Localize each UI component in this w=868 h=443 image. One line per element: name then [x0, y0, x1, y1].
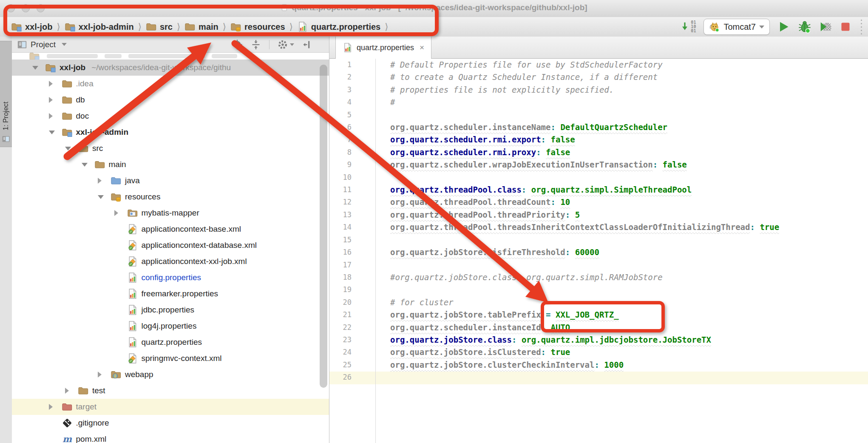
- chevron-right-icon[interactable]: [94, 178, 111, 184]
- project-panel: Project xxl-jo: [12, 37, 329, 443]
- spring-file-icon: [127, 256, 138, 267]
- tree-item-db[interactable]: db: [12, 92, 329, 108]
- tool-window-stripe: 1: Project: [0, 37, 12, 443]
- chevron-right-icon[interactable]: [111, 210, 127, 216]
- tab-quartz-properties[interactable]: quartz.properties ×: [335, 37, 431, 59]
- coverage-button[interactable]: [819, 20, 832, 33]
- code-line-18: #org.quartz.jobStore.class: org.quartz.s…: [390, 271, 868, 284]
- locate-file-icon[interactable]: [232, 39, 243, 50]
- line-number: 8: [329, 146, 375, 159]
- line-number: 3: [329, 84, 375, 96]
- code-line-10: [390, 171, 868, 184]
- code-text[interactable]: # Default Properties file for use by Std…: [376, 59, 868, 443]
- code-line-17: [390, 259, 868, 271]
- chevron-down-icon[interactable]: [62, 147, 78, 151]
- module-folder-icon: [65, 21, 76, 32]
- line-number: 22: [329, 321, 375, 334]
- tree-item-log4j.properties[interactable]: log4j.properties: [12, 318, 329, 334]
- code-line-1: # Default Properties file for use by Std…: [390, 59, 868, 71]
- breadcrumb-item-resources[interactable]: resources: [230, 21, 285, 32]
- module-folder-icon: [29, 53, 40, 60]
- chevron-down-icon[interactable]: [29, 66, 45, 70]
- tree-item-config.properties[interactable]: config.properties: [12, 270, 329, 286]
- tree-item-xxl-job-admin[interactable]: xxl-job-admin: [12, 124, 329, 140]
- tree-item-resources[interactable]: resources: [12, 189, 329, 205]
- tree-item-freemarker.properties[interactable]: freemarker.properties: [12, 286, 329, 302]
- folder-icon: [94, 159, 105, 170]
- tree-item-applicationcontext-database.xml[interactable]: applicationcontext-database.xml: [12, 237, 329, 253]
- properties-file-icon: [127, 321, 138, 332]
- chevron-down-icon[interactable]: [78, 163, 94, 167]
- project-tree-scrollbar[interactable]: [320, 65, 327, 388]
- chevron-right-icon[interactable]: [45, 81, 62, 87]
- module-folder-icon: [11, 21, 22, 32]
- breadcrumb-item-src[interactable]: src: [146, 21, 173, 32]
- code-line-7: org.quartz.scheduler.rmi.export: false: [390, 133, 868, 146]
- binary-digits: 011001: [691, 20, 696, 33]
- tree-item-doc[interactable]: doc: [12, 108, 329, 124]
- breadcrumb-item-xxl-job-admin[interactable]: xxl-job-admin: [65, 21, 134, 32]
- code-line-25: org.quartz.jobStore.clusterCheckinInterv…: [390, 359, 868, 371]
- tree-item-quartz.properties[interactable]: quartz.properties: [12, 334, 329, 350]
- chevron-right-icon[interactable]: [94, 372, 111, 378]
- ide-window: quartz.properties - xxl-job - [~/workspa…: [0, 0, 868, 443]
- code-line-26: [390, 371, 868, 383]
- tree-item-path: ~/workspaces/idea-git-workspace/githu: [91, 63, 231, 72]
- tree-item-.gitignore[interactable]: .gitignore: [12, 415, 329, 431]
- code-line-23: org.quartz.jobStore.class: org.quartz.im…: [390, 334, 868, 346]
- chevron-down-icon: [759, 26, 764, 28]
- chevron-down-icon[interactable]: [45, 131, 62, 134]
- project-tool-window-button[interactable]: 1: Project: [0, 41, 12, 147]
- hide-panel-icon[interactable]: [302, 40, 312, 50]
- chevron-right-icon[interactable]: [45, 404, 62, 410]
- folder-icon: [78, 385, 89, 396]
- project-view-icon: [17, 40, 27, 50]
- collapse-all-icon[interactable]: [250, 39, 261, 50]
- code-line-16: org.quartz.jobStore.misfireThreshold: 60…: [390, 246, 868, 258]
- tree-item-mybatis-mapper[interactable]: mybatis-mapper: [12, 205, 329, 221]
- code-line-14: org.quartz.threadPool.threadsInheritCont…: [390, 221, 868, 233]
- code-line-4: #: [390, 96, 868, 108]
- tree-item-src[interactable]: src: [12, 140, 329, 156]
- tree-item-test[interactable]: test: [12, 383, 329, 399]
- tree-item-jdbc.properties[interactable]: jdbc.properties: [12, 302, 329, 318]
- tree-item-springmvc-context.xml[interactable]: springmvc-context.xml: [12, 350, 329, 366]
- stop-button[interactable]: [840, 21, 851, 33]
- chevron-right-icon[interactable]: [62, 388, 78, 394]
- tree-item-webapp[interactable]: webapp: [12, 366, 329, 383]
- folder-icon: [62, 94, 73, 105]
- run-button[interactable]: [777, 20, 790, 33]
- debug-button[interactable]: [798, 20, 811, 34]
- tree-item-xxl-job[interactable]: xxl-job~/workspaces/idea-git-workspace/g…: [12, 60, 329, 76]
- editor-content[interactable]: 1234567891011121314151617181920212223242…: [329, 59, 868, 443]
- code-line-9: org.quartz.scheduler.wrapJobExecutionInU…: [390, 159, 868, 171]
- tree-item-main[interactable]: main: [12, 156, 329, 173]
- chevron-down-icon[interactable]: [94, 195, 111, 199]
- run-configuration-selector[interactable]: Tomcat7: [703, 19, 770, 35]
- tree-item-target[interactable]: target: [12, 399, 329, 415]
- line-number: 6: [329, 121, 375, 133]
- breadcrumb-item-quartz.properties[interactable]: quartz.properties: [297, 21, 380, 32]
- breadcrumb-item-xxl-job[interactable]: xxl-job: [11, 21, 52, 32]
- tree-item-applicationcontext-xxl-job.xml[interactable]: applicationcontext-xxl-job.xml: [12, 253, 329, 270]
- code-line-24: org.quartz.jobStore.isClustered: true: [390, 346, 868, 358]
- dot-folder-icon: [127, 207, 138, 219]
- line-number: 25: [329, 359, 375, 371]
- editor-gutter: 1234567891011121314151617181920212223242…: [329, 59, 376, 443]
- tree-item-pom.xml[interactable]: pom.xml: [12, 431, 329, 443]
- line-number: 9: [329, 159, 375, 171]
- properties-file-icon: [127, 304, 138, 315]
- code-line-12: org.quartz.threadPool.threadCount: 10: [390, 196, 868, 208]
- close-tab-icon[interactable]: ×: [420, 43, 424, 52]
- chevron-right-icon[interactable]: [45, 113, 62, 119]
- chevron-right-icon[interactable]: [45, 97, 62, 103]
- breadcrumb-item-main[interactable]: main: [184, 21, 218, 32]
- tree-item-.idea[interactable]: .idea: [12, 76, 329, 92]
- module-folder-icon: [45, 62, 56, 73]
- line-number: 21: [329, 309, 375, 321]
- code-line-5: [390, 109, 868, 121]
- tree-item-applicationcontext-base.xml[interactable]: applicationcontext-base.xml: [12, 221, 329, 237]
- tree-item-java[interactable]: java: [12, 173, 329, 189]
- panel-settings-button[interactable]: [277, 39, 294, 50]
- project-view-dropdown-icon[interactable]: [62, 43, 67, 46]
